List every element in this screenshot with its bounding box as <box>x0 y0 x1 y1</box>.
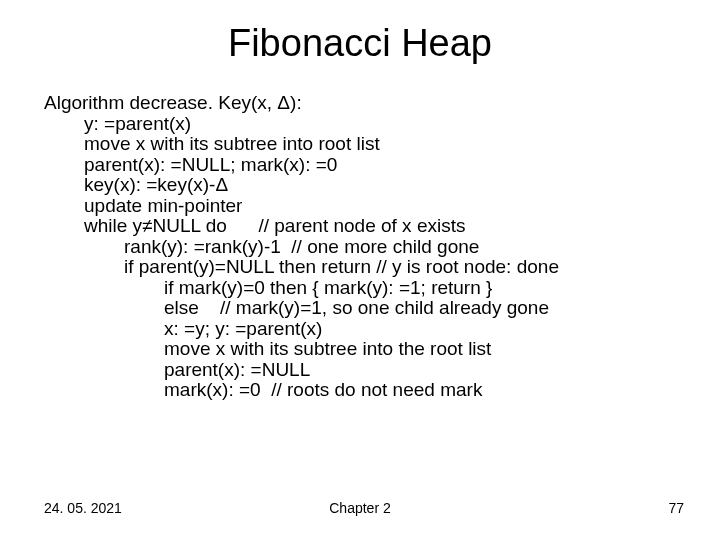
algo-line: update min-pointer <box>44 196 720 217</box>
algo-line: else // mark(y)=1, so one child already … <box>44 298 720 319</box>
algorithm-body: Algorithm decrease. Key(x, Δ): y: =paren… <box>0 93 720 401</box>
algo-header: Algorithm decrease. Key(x, Δ): <box>44 93 720 114</box>
footer-chapter: Chapter 2 <box>329 500 390 516</box>
algo-line: parent(x): =NULL <box>44 360 720 381</box>
algo-line: if mark(y)=0 then { mark(y): =1; return … <box>44 278 720 299</box>
algo-line: move x with its subtree into root list <box>44 134 720 155</box>
algo-line: key(x): =key(x)-Δ <box>44 175 720 196</box>
algo-line: rank(y): =rank(y)-1 // one more child go… <box>44 237 720 258</box>
page-title: Fibonacci Heap <box>0 0 720 93</box>
footer-page-number: 77 <box>668 500 684 516</box>
algo-line: if parent(y)=NULL then return // y is ro… <box>44 257 720 278</box>
algo-line: parent(x): =NULL; mark(x): =0 <box>44 155 720 176</box>
algo-line: x: =y; y: =parent(x) <box>44 319 720 340</box>
algo-line: move x with its subtree into the root li… <box>44 339 720 360</box>
algo-line: while y≠NULL do // parent node of x exis… <box>44 216 720 237</box>
footer-date: 24. 05. 2021 <box>44 500 122 516</box>
algo-line: mark(x): =0 // roots do not need mark <box>44 380 720 401</box>
algo-line: y: =parent(x) <box>44 114 720 135</box>
